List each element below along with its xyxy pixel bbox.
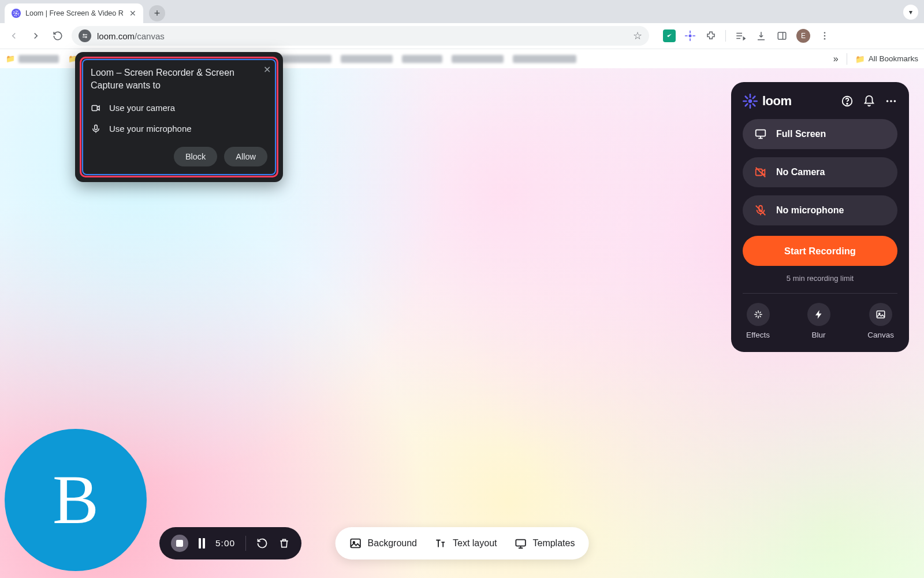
svg-point-35 [890, 100, 892, 102]
permission-microphone-row: Use your microphone [91, 124, 267, 134]
bookmark-star-icon[interactable]: ☆ [633, 29, 642, 42]
back-button[interactable] [6, 28, 22, 44]
playlist-icon[interactable] [734, 29, 747, 42]
downloads-icon[interactable] [755, 29, 767, 42]
blur-button[interactable]: Blur [807, 303, 830, 339]
close-icon[interactable]: ✕ [263, 64, 271, 75]
pause-button[interactable] [199, 538, 205, 549]
reload-button[interactable] [50, 28, 66, 44]
separator [245, 536, 246, 551]
svg-point-33 [847, 103, 848, 105]
recording-limit-text: 5 min recording limit [743, 274, 897, 283]
background-button[interactable]: Background [349, 537, 417, 550]
extensions-menu-icon[interactable] [705, 29, 717, 42]
svg-rect-15 [692, 35, 695, 36]
svg-rect-29 [744, 103, 748, 107]
extension-icon-1[interactable] [663, 29, 676, 42]
folder-icon: 📁 [855, 54, 865, 64]
browser-toolbar: loom.com/canvas ☆ E [0, 23, 924, 49]
svg-point-0 [16, 13, 17, 14]
loom-extension-icon[interactable] [684, 29, 696, 42]
svg-rect-2 [16, 15, 17, 17]
separator [743, 293, 897, 294]
bookmark-item[interactable] [452, 55, 504, 63]
svg-rect-30 [744, 95, 748, 99]
svg-rect-3 [13, 13, 15, 14]
stop-icon [176, 540, 183, 547]
bookmark-folder[interactable]: 📁 [6, 54, 59, 64]
svg-rect-31 [752, 103, 756, 107]
browser-tab[interactable]: Loom | Free Screen & Video R ✕ [5, 3, 143, 23]
url-text: loom.com/canvas [97, 31, 165, 41]
forward-button[interactable] [28, 28, 44, 44]
camera-bubble[interactable]: B [5, 429, 147, 571]
notifications-icon[interactable] [863, 95, 875, 108]
allow-button[interactable]: Allow [224, 147, 267, 166]
text-layout-label: Text layout [453, 538, 497, 549]
bookmark-item[interactable] [402, 55, 442, 63]
recording-time: 5:00 [215, 538, 235, 549]
tabs-dropdown-icon[interactable]: ▾ [903, 5, 918, 20]
chrome-menu-icon[interactable] [818, 29, 831, 42]
capture-mode-fullscreen[interactable]: Full Screen [743, 119, 897, 149]
svg-point-18 [824, 35, 826, 37]
extension-icons: E [663, 29, 831, 43]
microphone-off-icon [754, 204, 767, 217]
effects-button[interactable]: Effects [746, 303, 770, 339]
canvas-label: Canvas [867, 331, 894, 339]
permission-microphone-label: Use your microphone [109, 124, 192, 134]
loom-recorder-panel: loom Full Screen No Camera No microphone… [731, 82, 909, 352]
address-bar[interactable]: loom.com/canvas ☆ [72, 26, 649, 46]
effects-label: Effects [746, 331, 770, 339]
svg-rect-4 [18, 13, 20, 14]
more-icon[interactable] [885, 95, 897, 108]
stop-button[interactable] [171, 535, 188, 552]
svg-rect-22 [516, 540, 526, 546]
loom-logo: loom [743, 94, 792, 109]
camera-off-icon [754, 166, 767, 179]
svg-rect-14 [685, 35, 688, 36]
recording-controls: 5:00 [159, 527, 301, 560]
text-icon [434, 537, 447, 550]
microphone-select[interactable]: No microphone [743, 195, 897, 225]
svg-rect-43 [95, 125, 98, 129]
svg-rect-27 [753, 101, 758, 102]
microphone-label: No microphone [776, 205, 844, 216]
bolt-icon [814, 309, 824, 320]
svg-rect-7 [17, 10, 18, 12]
all-bookmarks-button[interactable]: 📁All Bookmarks [855, 54, 918, 64]
image-icon [875, 309, 886, 320]
profile-avatar[interactable]: E [796, 29, 810, 43]
sparkle-icon [753, 309, 763, 320]
delete-button[interactable] [278, 538, 290, 549]
bookmarks-overflow-icon[interactable]: » [833, 54, 839, 64]
start-recording-button[interactable]: Start Recording [743, 236, 897, 266]
svg-rect-1 [16, 10, 17, 12]
svg-rect-16 [778, 32, 786, 39]
svg-point-11 [689, 35, 692, 38]
restart-button[interactable] [256, 538, 268, 549]
tab-title: Loom | Free Screen & Video R [25, 9, 125, 17]
new-tab-button[interactable]: + [149, 5, 165, 21]
svg-point-36 [894, 100, 896, 102]
bookmark-item[interactable] [513, 55, 576, 63]
site-settings-icon[interactable] [79, 29, 91, 42]
canvas-toolbar: Background Text layout Templates [336, 527, 589, 560]
svg-rect-20 [351, 539, 360, 548]
help-icon[interactable] [841, 95, 854, 108]
svg-rect-13 [690, 38, 691, 41]
separator [847, 53, 847, 65]
loom-favicon-icon [12, 9, 21, 18]
bookmark-item[interactable] [341, 55, 393, 63]
side-panel-icon[interactable] [776, 29, 788, 42]
canvas-button[interactable]: Canvas [867, 303, 894, 339]
camera-select[interactable]: No Camera [743, 157, 897, 187]
text-layout-button[interactable]: Text layout [434, 537, 497, 550]
svg-point-17 [824, 32, 826, 34]
block-button[interactable]: Block [174, 147, 217, 166]
monitor-icon [754, 128, 767, 140]
blur-label: Blur [812, 331, 826, 339]
templates-button[interactable]: Templates [514, 537, 575, 550]
svg-point-19 [824, 38, 826, 40]
tab-close-icon[interactable]: ✕ [129, 9, 136, 18]
